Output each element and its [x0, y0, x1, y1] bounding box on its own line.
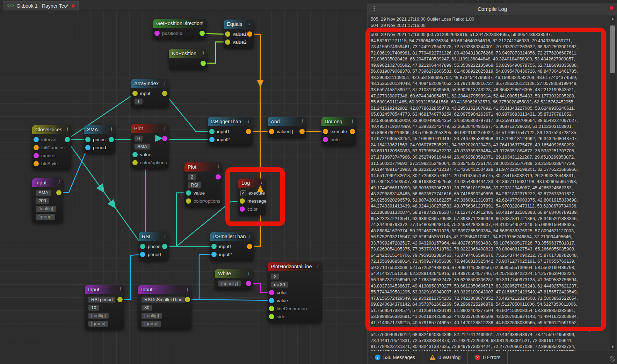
- info-icon[interactable]: i: [164, 80, 166, 86]
- messages-status[interactable]: i 536 Messages: [368, 351, 422, 364]
- port-out-icon[interactable]: [201, 61, 206, 66]
- node-plot[interactable]: Ploti0SMAvaluecolor/options: [131, 124, 169, 169]
- node-input[interactable]: InputiRSI period10[tooltip][group]: [85, 285, 124, 330]
- panel-close-icon[interactable]: ✖: [609, 5, 614, 11]
- resize-grip[interactable]: [610, 356, 615, 362]
- info-icon[interactable]: i: [302, 118, 303, 124]
- port-out-icon[interactable]: [246, 129, 251, 134]
- port-out-icon[interactable]: [246, 281, 251, 286]
- port-color-icon[interactable]: [240, 206, 245, 212]
- checkbox-execute[interactable]: ✓: [240, 190, 246, 196]
- port-market-icon[interactable]: [34, 153, 39, 158]
- port-message-icon[interactable]: [240, 198, 245, 204]
- warnings-status[interactable]: 0 Warning: [422, 351, 468, 364]
- info-icon[interactable]: i: [249, 21, 251, 27]
- node-equals[interactable]: Equalsivalue1value2: [224, 20, 254, 48]
- port-prices-icon[interactable]: [85, 137, 90, 142]
- field--group-[interactable]: [group]: [36, 214, 55, 220]
- port-note-icon[interactable]: [323, 137, 328, 142]
- info-icon[interactable]: i: [317, 263, 319, 269]
- port-period-icon[interactable]: [140, 252, 145, 257]
- port-input1-icon[interactable]: [211, 244, 217, 249]
- port-out-icon[interactable]: [162, 136, 167, 141]
- port-input1-icon[interactable]: [209, 129, 215, 134]
- field--opacity-[interactable]: [opacity]: [218, 281, 241, 286]
- port-out-icon[interactable]: [185, 297, 190, 302]
- node-issmallerthan[interactable]: IsSmallerThaniinput1input2: [210, 232, 254, 261]
- node-and[interactable]: Andivalues[]: [268, 117, 306, 138]
- port-out-icon[interactable]: [247, 244, 252, 249]
- info-icon[interactable]: i: [248, 118, 249, 124]
- port-prices-icon[interactable]: [140, 244, 145, 249]
- port-input2-icon[interactable]: [209, 137, 215, 142]
- port-hlcStyle-icon[interactable]: [34, 161, 39, 166]
- field-RSI-IsSmallerThan[interactable]: RSI IsSmallerThan: [141, 297, 185, 303]
- port-values--icon[interactable]: [269, 129, 274, 134]
- scroll-down-icon[interactable]: ▼: [610, 343, 616, 350]
- scrollbar-thumb[interactable]: [610, 26, 615, 73]
- field-200[interactable]: 200: [36, 198, 49, 204]
- node-log[interactable]: Logi✓executemessagecolor: [238, 179, 266, 215]
- node-rsi[interactable]: RSIipricesperiod: [139, 232, 169, 261]
- field-2[interactable]: 2: [271, 274, 279, 279]
- info-icon[interactable]: i: [187, 286, 188, 292]
- port-out-icon[interactable]: [199, 31, 205, 36]
- port-input-icon[interactable]: [132, 91, 138, 96]
- panel-menu-icon[interactable]: ⋮: [371, 5, 377, 12]
- info-icon[interactable]: i: [111, 126, 112, 132]
- field-10[interactable]: 10: [88, 305, 99, 311]
- node-noposition[interactable]: NoPositioni: [169, 49, 207, 70]
- info-icon[interactable]: i: [119, 286, 121, 292]
- field-SMA[interactable]: SMA: [135, 144, 150, 150]
- port-side-icon[interactable]: [269, 314, 274, 319]
- info-icon[interactable]: i: [218, 164, 219, 169]
- port-out-icon[interactable]: [162, 244, 167, 249]
- node-isbiggerthan[interactable]: IsBiggerThaniinput1input2: [208, 117, 253, 146]
- field-2[interactable]: 2: [188, 174, 196, 180]
- port-color-icon[interactable]: [269, 290, 274, 295]
- field--tooltip-[interactable]: [tooltip]: [88, 313, 109, 319]
- port-color-options-icon[interactable]: [132, 160, 138, 165]
- field--tooltip-[interactable]: [tooltip]: [36, 206, 56, 212]
- port-input2-icon[interactable]: [211, 252, 217, 257]
- field-0[interactable]: 0: [135, 136, 143, 141]
- info-icon[interactable]: i: [164, 233, 166, 239]
- field-1[interactable]: 1: [135, 99, 143, 104]
- node-dolong[interactable]: DoLongiexecutenote: [321, 117, 356, 146]
- node-closeprices[interactable]: ClosePricesiintervalfullCandlesmarkethlc…: [32, 125, 71, 170]
- port-out-icon[interactable]: [247, 31, 252, 37]
- port-fullCandles-icon[interactable]: [34, 145, 39, 150]
- port-out-icon[interactable]: [350, 129, 355, 134]
- info-icon[interactable]: i: [67, 126, 68, 132]
- port-out-icon[interactable]: [56, 190, 61, 195]
- port-out-icon[interactable]: [65, 137, 70, 142]
- node-getpositiondirection[interactable]: GetPositionDirectionipositionId: [153, 19, 206, 39]
- port-out-icon[interactable]: [109, 137, 114, 142]
- errors-status[interactable]: ✕ 0 Errors: [468, 351, 508, 364]
- node-sma[interactable]: SMAipricesperiod: [84, 125, 115, 154]
- field-RSI[interactable]: RSI: [188, 182, 201, 188]
- field--group-[interactable]: [group]: [141, 321, 161, 327]
- field--tooltip-[interactable]: [tooltip]: [141, 313, 162, 319]
- field-SMA[interactable]: SMA: [36, 190, 51, 196]
- port-out-icon[interactable]: [117, 297, 123, 302]
- scroll-up-icon[interactable]: ▲: [610, 16, 616, 22]
- node-input[interactable]: InputiSMA200[tooltip][group]: [32, 178, 63, 223]
- node-input[interactable]: InputiRSI IsSmallerThan30[tooltip][group…: [138, 285, 191, 330]
- field-RSI-period[interactable]: RSI period: [88, 297, 115, 303]
- port-positionId-icon[interactable]: [154, 31, 160, 36]
- port-value1-icon[interactable]: [225, 31, 230, 37]
- field--group-[interactable]: [group]: [88, 321, 108, 327]
- info-icon[interactable]: i: [202, 20, 203, 26]
- info-icon[interactable]: i: [249, 233, 251, 239]
- port-execute-icon[interactable]: [323, 129, 328, 134]
- port-out-icon[interactable]: [162, 91, 167, 96]
- port-color-options-icon[interactable]: [186, 198, 191, 204]
- info-icon[interactable]: i: [58, 180, 60, 185]
- compile-log-header[interactable]: ⋮ Compile Log ✖: [368, 3, 617, 15]
- info-icon[interactable]: i: [261, 180, 262, 185]
- info-icon[interactable]: i: [203, 50, 204, 56]
- port-value2-icon[interactable]: [225, 39, 230, 45]
- port-period-icon[interactable]: [85, 145, 90, 150]
- port-lineDecoration-icon[interactable]: [269, 306, 274, 311]
